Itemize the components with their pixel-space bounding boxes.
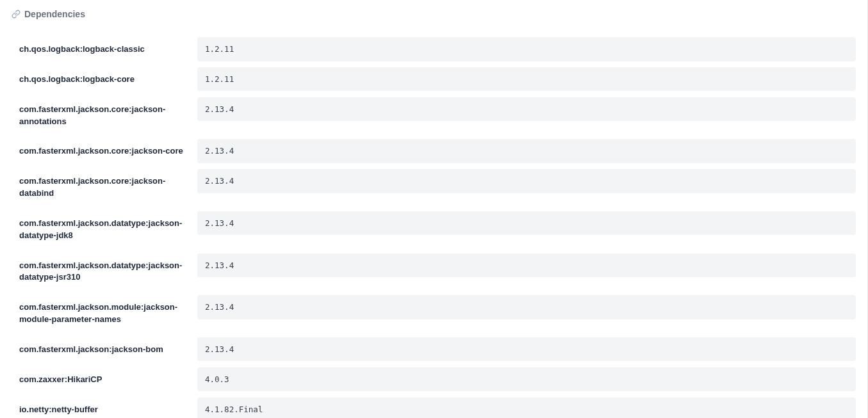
dependency-name: io.netty:netty-buffer bbox=[19, 398, 187, 418]
dependencies-list: ch.qos.logback:logback-classic1.2.11ch.q… bbox=[12, 37, 856, 418]
dependency-row: com.zaxxer:HikariCP4.0.3 bbox=[19, 367, 856, 392]
dependency-name: com.fasterxml.jackson.core:jackson-core bbox=[19, 139, 187, 164]
section-title: Dependencies bbox=[24, 9, 85, 19]
dependency-row: com.fasterxml.jackson.core:jackson-annot… bbox=[19, 97, 856, 134]
dependency-version: 2.13.4 bbox=[197, 169, 856, 193]
dependency-name: com.fasterxml.jackson.core:jackson-annot… bbox=[19, 97, 187, 134]
dependency-version: 4.1.82.Final bbox=[197, 398, 856, 418]
dependency-row: com.fasterxml.jackson.datatype:jackson-d… bbox=[19, 211, 856, 248]
dependency-version: 2.13.4 bbox=[197, 211, 856, 236]
dependencies-panel: Dependencies ch.qos.logback:logback-clas… bbox=[0, 0, 868, 418]
dependency-version: 4.0.3 bbox=[197, 367, 856, 392]
dependency-version: 1.2.11 bbox=[197, 67, 856, 92]
dependency-row: com.fasterxml.jackson.datatype:jackson-d… bbox=[19, 253, 856, 291]
dependency-row: com.fasterxml.jackson.core:jackson-datab… bbox=[19, 169, 856, 206]
dependency-name: ch.qos.logback:logback-core bbox=[19, 67, 187, 92]
dependency-name: com.fasterxml.jackson.datatype:jackson-d… bbox=[19, 253, 187, 291]
dependency-row: com.fasterxml.jackson.module:jackson-mod… bbox=[19, 295, 856, 332]
dependency-version: 2.13.4 bbox=[197, 253, 856, 278]
dependency-name: com.zaxxer:HikariCP bbox=[19, 367, 187, 392]
dependency-row: io.netty:netty-buffer4.1.82.Final bbox=[19, 398, 856, 418]
dependency-row: com.fasterxml.jackson:jackson-bom2.13.4 bbox=[19, 337, 856, 362]
dependency-row: ch.qos.logback:logback-core1.2.11 bbox=[19, 67, 856, 92]
dependency-name: ch.qos.logback:logback-classic bbox=[19, 37, 187, 62]
dependency-version: 2.13.4 bbox=[197, 97, 856, 122]
dependency-version: 2.13.4 bbox=[197, 337, 856, 362]
dependency-version: 2.13.4 bbox=[197, 139, 856, 163]
dependency-name: com.fasterxml.jackson.core:jackson-datab… bbox=[19, 169, 187, 206]
dependency-name: com.fasterxml.jackson.datatype:jackson-d… bbox=[19, 211, 187, 248]
dependency-name: com.fasterxml.jackson:jackson-bom bbox=[19, 337, 187, 362]
dependency-row: com.fasterxml.jackson.core:jackson-core2… bbox=[19, 139, 856, 164]
section-header: Dependencies bbox=[12, 9, 856, 19]
dependency-version: 1.2.11 bbox=[197, 37, 856, 61]
dependency-version: 2.13.4 bbox=[197, 295, 856, 319]
dependency-row: ch.qos.logback:logback-classic1.2.11 bbox=[19, 37, 856, 62]
dependency-name: com.fasterxml.jackson.module:jackson-mod… bbox=[19, 295, 187, 332]
link-icon bbox=[12, 10, 20, 19]
